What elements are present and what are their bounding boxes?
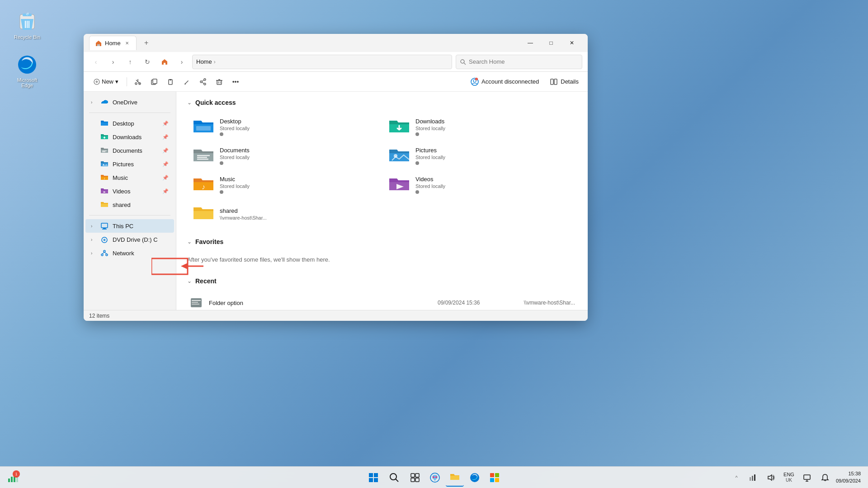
sidebar-item-downloads[interactable]: Downloads 📌 [85, 130, 174, 144]
new-arrow-icon: ▾ [115, 78, 118, 85]
recent-item-path: \\vmware-host\Shar... [507, 300, 575, 306]
new-tab-button[interactable]: + [140, 37, 153, 49]
delete-button[interactable] [212, 75, 226, 89]
folder-card-shared[interactable]: shared \\vmware-host\Shar... [187, 200, 381, 227]
recent-item-folder-option[interactable]: Folder option 09/09/2024 15:36 \\vmware-… [187, 292, 577, 310]
sidebar-item-music[interactable]: ♪ Music 📌 [85, 171, 174, 184]
breadcrumb-separator: › [214, 59, 216, 65]
dvd-icon [100, 235, 109, 244]
sidebar-item-videos[interactable]: Videos 📌 [85, 184, 174, 198]
svg-rect-65 [8, 479, 10, 482]
copy-button[interactable] [147, 75, 161, 89]
network-tray-button[interactable] [745, 469, 760, 487]
home-button[interactable] [158, 55, 171, 69]
rename-icon [183, 78, 190, 85]
folder-card-downloads[interactable]: Downloads Stored locally [383, 113, 577, 141]
more-button[interactable]: ••• [228, 75, 243, 89]
breadcrumb[interactable]: Home › [192, 55, 452, 69]
svg-rect-88 [752, 476, 753, 481]
downloads-folder-name: Downloads [415, 118, 445, 125]
search-box[interactable] [456, 55, 582, 69]
svg-point-20 [204, 83, 206, 85]
language-button[interactable]: ENG UK [782, 469, 796, 487]
svg-point-19 [204, 79, 206, 80]
svg-line-49 [102, 252, 104, 254]
start-button[interactable] [364, 469, 382, 487]
cut-icon [134, 78, 142, 85]
sidebar-item-dvd[interactable]: › DVD Drive (D:) C [85, 233, 174, 246]
network-tray-icon [749, 474, 757, 482]
signal-notification-badge: 1 [13, 470, 20, 478]
paste-button[interactable] [163, 75, 178, 89]
folder-card-music[interactable]: ♪ Music Stored locally [187, 171, 381, 198]
sidebar-downloads-label: Downloads [113, 134, 159, 141]
desktop-icon-edge[interactable]: Microsoft Edge [9, 52, 45, 90]
new-button[interactable]: New ▾ [89, 75, 123, 89]
svg-rect-17 [170, 79, 171, 80]
sidebar-item-this-pc[interactable]: › This PC [85, 219, 174, 233]
volume-icon [767, 474, 775, 482]
refresh-button[interactable]: ↻ [141, 55, 154, 69]
explorer-tab[interactable]: Home ✕ [89, 36, 137, 50]
quick-access-header[interactable]: ⌄ Quick access [187, 99, 577, 106]
up-button[interactable]: ↑ [123, 55, 137, 69]
sidebar-pictures-label: Pictures [113, 161, 159, 168]
minimize-button[interactable]: — [520, 36, 541, 50]
sidebar-item-pictures[interactable]: Pictures 📌 [85, 157, 174, 171]
tray-expand-button[interactable]: ^ [731, 469, 742, 487]
notification-button[interactable] [818, 469, 832, 487]
details-button[interactable]: Details [546, 76, 582, 88]
account-button[interactable]: ! Account disconnected [467, 76, 542, 88]
recent-header[interactable]: ⌄ Recent [187, 277, 577, 285]
shared-folder-info: shared \\vmware-host\Shar... [220, 207, 267, 221]
back-button[interactable]: ‹ [89, 55, 103, 69]
tab-close-button[interactable]: ✕ [123, 40, 131, 47]
toolbar-separator-1 [127, 77, 127, 86]
sidebar-item-desktop[interactable]: Desktop 📌 [85, 117, 174, 130]
network-icon [100, 249, 109, 258]
desktop-icon-recycle-bin[interactable]: ↺ Recycle Bin [9, 9, 45, 42]
svg-point-46 [104, 250, 105, 252]
folder-card-documents[interactable]: Documents Stored locally [187, 142, 381, 169]
breadcrumb-arrow[interactable]: › [175, 55, 189, 69]
documents-folder-path: Stored locally [220, 155, 250, 160]
svg-marker-90 [768, 475, 772, 480]
folder-card-pictures[interactable]: Pictures Stored locally [383, 142, 577, 169]
taskbar-edge-button[interactable] [466, 469, 484, 487]
favorites-empty-text: After you've favorited some files, we'll… [187, 253, 577, 267]
sidebar-item-shared[interactable]: shared [85, 198, 174, 211]
favorites-header[interactable]: ⌄ Favorites [187, 238, 577, 245]
folder-card-desktop[interactable]: Desktop Stored locally [187, 113, 381, 141]
taskbar-search-button[interactable] [384, 469, 404, 487]
volume-button[interactable] [764, 469, 778, 487]
pictures-folder-info: Pictures Stored locally [415, 147, 445, 165]
signal-icon-container[interactable]: 1 [4, 469, 22, 487]
task-view-button[interactable] [406, 469, 424, 487]
cut-button[interactable] [131, 75, 145, 89]
folder-card-videos[interactable]: Videos Stored locally [383, 171, 577, 198]
favorites-collapse: ⌄ [187, 239, 192, 245]
close-button[interactable]: ✕ [561, 36, 582, 50]
copilot-button[interactable] [426, 469, 444, 487]
forward-button[interactable]: › [106, 55, 120, 69]
recycle-bin-label: Recycle Bin [14, 34, 40, 40]
store-button[interactable] [486, 469, 504, 487]
tab-label: Home [105, 40, 121, 47]
network-expand: › [91, 251, 96, 256]
taskbar-center [364, 469, 504, 487]
shared-folder-card-icon [193, 205, 214, 223]
videos-pin-dot [415, 190, 419, 194]
quick-access-title: Quick access [195, 99, 236, 106]
explorer-window: Home ✕ + — □ ✕ ‹ › ↑ ↻ [84, 34, 588, 321]
svg-line-23 [202, 82, 204, 84]
taskbar-file-explorer-button[interactable] [446, 469, 464, 487]
rename-button[interactable] [179, 75, 194, 89]
sidebar-item-network[interactable]: › Network [85, 246, 174, 260]
maximize-button[interactable]: □ [541, 36, 561, 50]
sidebar-item-documents[interactable]: Documents 📌 [85, 144, 174, 157]
system-clock[interactable]: 15:38 09/09/2024 [836, 470, 861, 484]
search-input[interactable] [469, 58, 578, 65]
sidebar-item-onedrive[interactable]: › OneDrive [85, 95, 174, 109]
share-button[interactable] [196, 75, 210, 89]
display-button[interactable] [800, 469, 814, 487]
